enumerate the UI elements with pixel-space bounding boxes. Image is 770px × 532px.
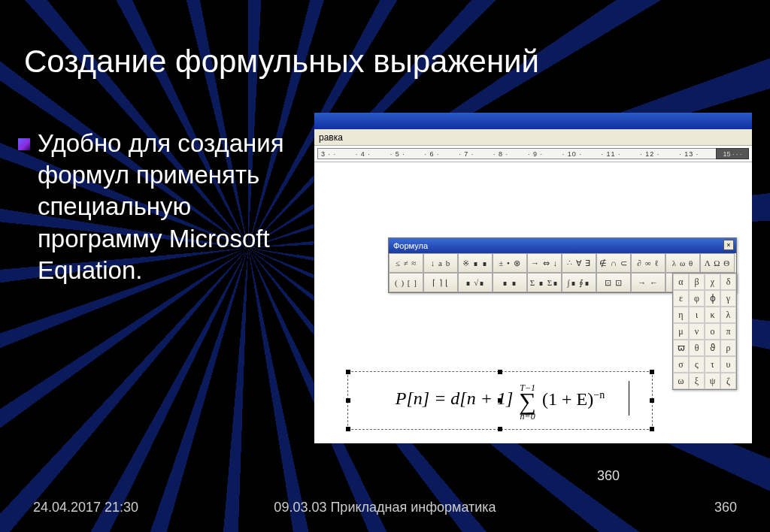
- equation-rhs-base: (1 + E): [542, 389, 593, 409]
- template-labeled-arrow[interactable]: → ←: [631, 273, 665, 292]
- greek-tau[interactable]: τ: [705, 356, 720, 373]
- template-overbar[interactable]: ⊡ ⊡: [596, 273, 631, 292]
- greek-xi[interactable]: ξ: [689, 373, 705, 389]
- greek-omega[interactable]: ω: [673, 373, 689, 389]
- greek-nu[interactable]: ν: [689, 323, 705, 340]
- greek-iota[interactable]: ι: [689, 307, 705, 323]
- palette-spaces[interactable]: ↓ a b: [423, 253, 458, 273]
- greek-pi[interactable]: π: [720, 323, 736, 340]
- greek-varpi[interactable]: ϖ: [673, 340, 689, 356]
- ruler[interactable]: 3 · ·· 4 ·· 5 ·· 6 ·· 7 · · 8 ·· 9 ·· 10…: [314, 146, 752, 162]
- greek-chi[interactable]: χ: [705, 274, 720, 290]
- slide-title: Создание формульных выражений: [24, 44, 539, 80]
- greek-vartheta[interactable]: ϑ: [705, 340, 720, 356]
- greek-sigma[interactable]: σ: [673, 356, 689, 373]
- toolbox-titlebar[interactable]: Формула ×: [389, 238, 736, 253]
- greek-kappa[interactable]: κ: [705, 307, 720, 323]
- palette-relational[interactable]: ≤ ≠ ≈: [389, 253, 423, 273]
- close-icon[interactable]: ×: [723, 240, 734, 250]
- footer-page-lower: 360: [714, 500, 737, 515]
- palette-arrows[interactable]: → ⇔ ↓: [527, 253, 562, 273]
- template-roots[interactable]: ∎ √∎: [458, 273, 493, 292]
- template-fences[interactable]: ( ) [ ]: [389, 273, 423, 292]
- palette-embellish[interactable]: ※ ∎ ∎: [458, 253, 493, 273]
- greek-omicron[interactable]: ο: [705, 323, 720, 340]
- sum-lower: n=0: [520, 412, 535, 421]
- summation-symbol: T−1 ∑ n=0: [519, 383, 536, 421]
- ruler-margin: 15 · · ·: [716, 148, 749, 159]
- equation-lhs: P[n] = d[n + 1]: [396, 389, 513, 409]
- document-area[interactable]: Формула × ≤ ≠ ≈ ↓ a b ※ ∎ ∎ ± • ⊗ → ⇔ ↓ …: [314, 162, 752, 443]
- greek-alpha[interactable]: α: [673, 274, 689, 290]
- ruler-scale: 3 · ·· 4 ·· 5 ·· 6 ·· 7 · · 8 ·· 9 ·· 10…: [317, 148, 741, 159]
- template-summation[interactable]: Σ ∎ Σ∎: [527, 273, 562, 292]
- greek-mu[interactable]: μ: [673, 323, 689, 340]
- greek-beta[interactable]: β: [689, 274, 705, 290]
- greek-gamma[interactable]: γ: [720, 290, 736, 307]
- greek-epsilon[interactable]: ε: [673, 290, 689, 307]
- greek-zeta[interactable]: ζ: [720, 373, 736, 389]
- greek-delta[interactable]: δ: [720, 274, 736, 290]
- greek-phi[interactable]: φ: [689, 290, 705, 307]
- toolbox-row: ≤ ≠ ≈ ↓ a b ※ ∎ ∎ ± • ⊗ → ⇔ ↓ ∴ ∀ ∃ ∉ ∩ …: [389, 253, 736, 273]
- embedded-word-screenshot: равка 3 · ·· 4 ·· 5 ·· 6 ·· 7 · · 8 ·· 9…: [314, 113, 752, 443]
- template-fractions[interactable]: ⌈ ⌉ ⌊: [423, 273, 458, 292]
- footer-page-upper: 360: [597, 468, 620, 484]
- greek-theta[interactable]: θ: [689, 340, 705, 356]
- window-titlebar: [314, 113, 752, 129]
- equation-object[interactable]: P[n] = d[n + 1] T−1 ∑ n=0 (1 + E)−n: [347, 371, 653, 430]
- greek-eta[interactable]: η: [673, 307, 689, 323]
- greek-psi[interactable]: ψ: [705, 373, 720, 389]
- greek-varphi[interactable]: ϕ: [705, 290, 720, 307]
- palette-logical[interactable]: ∴ ∀ ∃: [562, 253, 596, 273]
- greek-varsigma[interactable]: ς: [689, 356, 705, 373]
- template-integral[interactable]: ∫∎ ∮∎: [562, 273, 596, 292]
- bullet-item: Удобно для создания формул применять спе…: [18, 128, 296, 286]
- toolbox-title-text: Формула: [393, 241, 428, 250]
- footer-course: 09.03.03 Прикладная информатика: [274, 500, 496, 515]
- equation-rhs-exp: −n: [593, 389, 605, 401]
- menubar-fragment[interactable]: равка: [314, 129, 752, 146]
- menu-item-edit-fragment[interactable]: равка: [319, 132, 343, 143]
- bullet-icon: [18, 138, 30, 150]
- palette-misc[interactable]: ∂ ∞ ℓ: [631, 253, 665, 273]
- palette-settheory[interactable]: ∉ ∩ ⊂: [596, 253, 631, 273]
- greek-lambda[interactable]: λ: [720, 307, 736, 323]
- palette-greek-upper[interactable]: Λ Ω Θ: [700, 253, 735, 273]
- footer-date: 24.04.2017 21:30: [33, 500, 138, 515]
- greek-upsilon[interactable]: υ: [720, 356, 736, 373]
- greek-letters-dropdown[interactable]: αβχδ εφϕγ ηικλ μνοπ ϖθϑρ σςτυ ωξψζ: [672, 273, 737, 390]
- greek-rho[interactable]: ρ: [720, 340, 736, 356]
- palette-operators[interactable]: ± • ⊗: [493, 253, 527, 273]
- equation-content: P[n] = d[n + 1] T−1 ∑ n=0 (1 + E)−n: [396, 382, 605, 419]
- palette-greek-lower[interactable]: λ ω θ: [665, 253, 700, 273]
- text-cursor: [629, 381, 629, 416]
- slide-body-text: Удобно для создания формул применять спе…: [38, 128, 296, 286]
- template-subscript[interactable]: ∎ ∎: [493, 273, 527, 292]
